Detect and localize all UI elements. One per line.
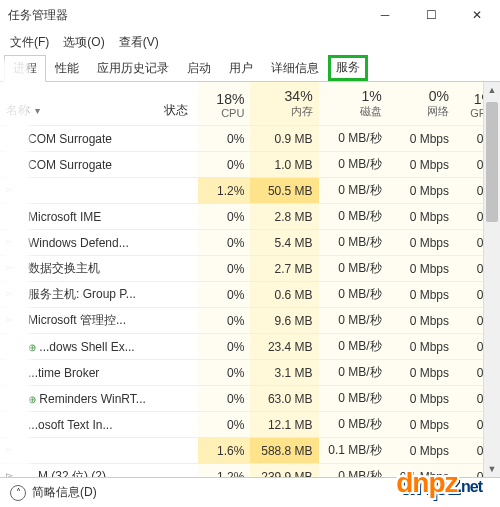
table-row[interactable]: ▻数据交换主机0%2.7 MB0 MB/秒0 Mbps0%: [0, 256, 500, 282]
process-name: Microsoft IME: [0, 204, 153, 230]
process-disk: 0 MB/秒: [319, 178, 388, 204]
table-row[interactable]: ▻1.2%50.5 MB0 MB/秒0 Mbps0%: [0, 178, 500, 204]
process-cpu: 1.2%: [198, 464, 250, 478]
process-memory: 0.6 MB: [250, 282, 318, 308]
scroll-down-icon[interactable]: ▼: [484, 461, 500, 477]
process-cpu: 0%: [198, 386, 250, 412]
process-name: ...osoft Text In...: [0, 412, 153, 438]
collapse-icon[interactable]: ˄: [10, 485, 26, 501]
process-cpu: 0%: [198, 126, 250, 152]
window-controls: ─ ☐ ✕: [362, 0, 500, 30]
process-name: COM Surrogate: [0, 126, 153, 152]
table-row[interactable]: ▻1.6%588.8 MB0.1 MB/秒0 Mbps0%: [0, 438, 500, 464]
col-header-memory[interactable]: 34%内存: [250, 82, 318, 126]
tab-app-history[interactable]: 应用历史记录: [88, 55, 178, 81]
process-status: [153, 282, 198, 308]
process-cpu: 0%: [198, 256, 250, 282]
process-status: [153, 152, 198, 178]
process-memory: 2.8 MB: [250, 204, 318, 230]
process-network: 0 Mbps: [388, 334, 455, 360]
menubar: 文件(F) 选项(O) 查看(V): [0, 30, 500, 55]
process-disk: 0 MB/秒: [319, 204, 388, 230]
process-cpu: 0%: [198, 282, 250, 308]
process-status: [153, 334, 198, 360]
process-disk: 0 MB/秒: [319, 152, 388, 178]
process-status: [153, 230, 198, 256]
process-memory: 23.4 MB: [250, 334, 318, 360]
minimize-button[interactable]: ─: [362, 0, 408, 30]
table-row[interactable]: ▻Windows Defend...0%5.4 MB0 MB/秒0 Mbps0%: [0, 230, 500, 256]
process-name: ⊕ Reminders WinRT...: [0, 386, 153, 412]
col-header-status[interactable]: 状态: [153, 82, 198, 126]
process-memory: 3.1 MB: [250, 360, 318, 386]
process-disk: 0 MB/秒: [319, 386, 388, 412]
table-row[interactable]: ⊕ ...dows Shell Ex...0%23.4 MB0 MB/秒0 Mb…: [0, 334, 500, 360]
process-disk: 0 MB/秒: [319, 360, 388, 386]
process-cpu: 1.6%: [198, 438, 250, 464]
close-button[interactable]: ✕: [454, 0, 500, 30]
process-cpu: 0%: [198, 334, 250, 360]
vertical-scrollbar[interactable]: ▲ ▼: [483, 82, 500, 477]
expand-icon[interactable]: ▻: [6, 262, 13, 272]
expand-icon[interactable]: ▻: [6, 470, 13, 477]
process-memory: 63.0 MB: [250, 386, 318, 412]
process-network: 0 Mbps: [388, 178, 455, 204]
process-network: 0 Mbps: [388, 152, 455, 178]
process-disk: 0 MB/秒: [319, 334, 388, 360]
table-row[interactable]: ...time Broker0%3.1 MB0 MB/秒0 Mbps0%: [0, 360, 500, 386]
process-memory: 9.6 MB: [250, 308, 318, 334]
expand-icon[interactable]: ▻: [6, 444, 13, 454]
process-memory: 588.8 MB: [250, 438, 318, 464]
process-cpu: 0%: [198, 360, 250, 386]
menu-view[interactable]: 查看(V): [113, 32, 165, 53]
tab-processes[interactable]: 进程: [4, 55, 46, 82]
fewer-details-button[interactable]: 简略信息(D): [32, 484, 97, 501]
tab-services[interactable]: 服务: [328, 55, 368, 81]
table-row[interactable]: COM Surrogate0%0.9 MB0 MB/秒0 Mbps0%: [0, 126, 500, 152]
menu-file[interactable]: 文件(F): [4, 32, 55, 53]
process-name: ▻: [0, 178, 153, 204]
expand-icon[interactable]: ▻: [6, 314, 13, 324]
table-row[interactable]: Microsoft IME0%2.8 MB0 MB/秒0 Mbps0%: [0, 204, 500, 230]
expand-icon[interactable]: ▻: [6, 184, 13, 194]
process-cpu: 0%: [198, 412, 250, 438]
process-disk: 0 MB/秒: [319, 256, 388, 282]
process-status: [153, 386, 198, 412]
table-row[interactable]: ...osoft Text In...0%12.1 MB0 MB/秒0 Mbps…: [0, 412, 500, 438]
process-network: 0 Mbps: [388, 308, 455, 334]
table-row[interactable]: COM Surrogate0%1.0 MB0 MB/秒0 Mbps0%: [0, 152, 500, 178]
process-memory: 2.7 MB: [250, 256, 318, 282]
col-header-disk[interactable]: 1%磁盘: [319, 82, 388, 126]
col-header-network[interactable]: 0%网络: [388, 82, 455, 126]
process-network: 0 Mbps: [388, 126, 455, 152]
tab-details[interactable]: 详细信息: [262, 55, 328, 81]
table-row[interactable]: ▻服务主机: Group P...0%0.6 MB0 MB/秒0 Mbps0%: [0, 282, 500, 308]
process-status: [153, 412, 198, 438]
maximize-button[interactable]: ☐: [408, 0, 454, 30]
process-disk: 0 MB/秒: [319, 230, 388, 256]
process-disk: 0 MB/秒: [319, 308, 388, 334]
process-status: [153, 438, 198, 464]
table-row[interactable]: ⊕ Reminders WinRT...0%63.0 MB0 MB/秒0 Mbp…: [0, 386, 500, 412]
tab-startup[interactable]: 启动: [178, 55, 220, 81]
scroll-thumb[interactable]: [486, 102, 498, 222]
process-status: [153, 126, 198, 152]
expand-icon[interactable]: ▻: [6, 236, 13, 246]
table-row[interactable]: ▻Microsoft 管理控...0%9.6 MB0 MB/秒0 Mbps0%: [0, 308, 500, 334]
process-disk: 0 MB/秒: [319, 464, 388, 478]
process-network: 0 Mbps: [388, 386, 455, 412]
process-network: 0 Mbps: [388, 412, 455, 438]
col-header-cpu[interactable]: 18%CPU: [198, 82, 250, 126]
process-status: [153, 204, 198, 230]
scroll-up-icon[interactable]: ▲: [484, 82, 500, 98]
process-status: [153, 256, 198, 282]
process-cpu: 0%: [198, 230, 250, 256]
process-table: 名称 ▾ 状态 18%CPU 34%内存 1%磁盘 0%网络 1%GPU COM…: [0, 82, 500, 477]
process-network: 0 Mbps: [388, 282, 455, 308]
col-header-name[interactable]: 名称 ▾: [0, 82, 153, 126]
expand-icon[interactable]: ▻: [6, 288, 13, 298]
tab-performance[interactable]: 性能: [46, 55, 88, 81]
titlebar: 任务管理器 ─ ☐ ✕: [0, 0, 500, 30]
menu-options[interactable]: 选项(O): [57, 32, 110, 53]
tab-users[interactable]: 用户: [220, 55, 262, 81]
